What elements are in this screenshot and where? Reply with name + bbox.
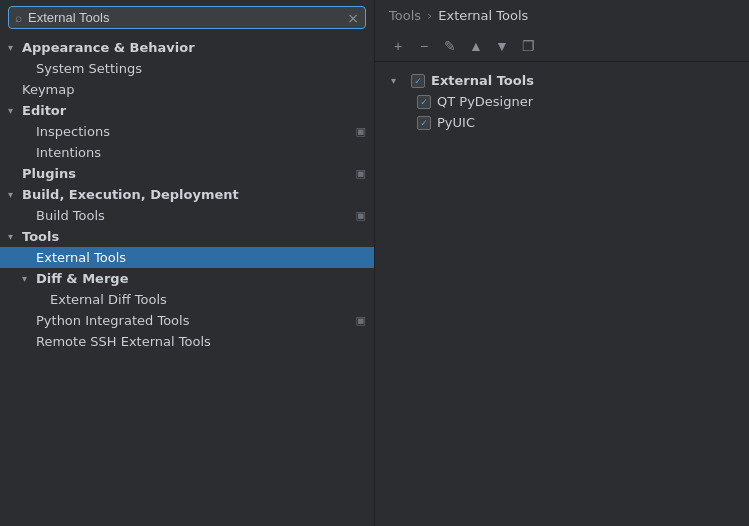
settings-badge-icon: ▣ bbox=[356, 125, 366, 138]
search-input[interactable] bbox=[28, 10, 341, 25]
sidebar-item-editor[interactable]: ▾ Editor bbox=[0, 100, 374, 121]
left-tree: ▾ Appearance & Behavior System Settings … bbox=[0, 35, 374, 526]
sidebar-item-label: System Settings bbox=[36, 61, 142, 76]
breadcrumb: Tools › External Tools bbox=[375, 0, 749, 31]
edit-button[interactable]: ✎ bbox=[439, 35, 461, 57]
sidebar-item-label: Python Integrated Tools bbox=[36, 313, 189, 328]
sidebar-item-label: Plugins bbox=[22, 166, 76, 181]
right-tree: ▾ External Tools QT PyDesigner PyUIC bbox=[375, 62, 749, 526]
sidebar-item-plugins[interactable]: Plugins ▣ bbox=[0, 163, 374, 184]
sidebar-item-build-exec[interactable]: ▾ Build, Execution, Deployment bbox=[0, 184, 374, 205]
search-icon: ⌕ bbox=[15, 11, 22, 25]
sidebar-item-python-integrated-tools[interactable]: Python Integrated Tools ▣ bbox=[0, 310, 374, 331]
sidebar-item-external-diff-tools[interactable]: External Diff Tools bbox=[0, 289, 374, 310]
sidebar-item-label: Inspections bbox=[36, 124, 110, 139]
chevron-down-icon: ▾ bbox=[8, 105, 22, 116]
sidebar-item-system-settings[interactable]: System Settings bbox=[0, 58, 374, 79]
add-button[interactable]: + bbox=[387, 35, 409, 57]
sidebar-item-tools[interactable]: ▾ Tools bbox=[0, 226, 374, 247]
search-bar: ⌕ × bbox=[8, 6, 366, 29]
right-item-qt-pydesigner[interactable]: QT PyDesigner bbox=[387, 91, 737, 112]
chevron-down-icon: ▾ bbox=[8, 42, 22, 53]
sidebar-item-label: Appearance & Behavior bbox=[22, 40, 195, 55]
sidebar-item-label: Build, Execution, Deployment bbox=[22, 187, 239, 202]
search-clear-icon[interactable]: × bbox=[347, 11, 359, 25]
breadcrumb-separator: › bbox=[427, 8, 432, 23]
right-tree-group: ▾ External Tools QT PyDesigner PyUIC bbox=[387, 70, 737, 133]
sidebar-item-diff-merge[interactable]: ▾ Diff & Merge bbox=[0, 268, 374, 289]
right-item-label: PyUIC bbox=[437, 115, 475, 130]
sidebar-item-label: Build Tools bbox=[36, 208, 105, 223]
settings-badge-icon: ▣ bbox=[356, 314, 366, 327]
right-item-pyuic[interactable]: PyUIC bbox=[387, 112, 737, 133]
right-group-label: External Tools bbox=[431, 73, 534, 88]
remove-button[interactable]: − bbox=[413, 35, 435, 57]
right-panel: Tools › External Tools + − ✎ ▲ ▼ ❐ ▾ Ext… bbox=[375, 0, 749, 526]
move-down-button[interactable]: ▼ bbox=[491, 35, 513, 57]
sidebar-item-build-tools[interactable]: Build Tools ▣ bbox=[0, 205, 374, 226]
sidebar-item-label: Remote SSH External Tools bbox=[36, 334, 211, 349]
breadcrumb-parent: Tools bbox=[389, 8, 421, 23]
sidebar-item-inspections[interactable]: Inspections ▣ bbox=[0, 121, 374, 142]
settings-badge-icon: ▣ bbox=[356, 167, 366, 180]
left-panel: ⌕ × ▾ Appearance & Behavior System Setti… bbox=[0, 0, 375, 526]
group-checkbox[interactable] bbox=[411, 74, 425, 88]
sidebar-item-external-tools[interactable]: External Tools bbox=[0, 247, 374, 268]
sidebar-item-label: Keymap bbox=[22, 82, 74, 97]
sidebar-item-label: Diff & Merge bbox=[36, 271, 128, 286]
sidebar-item-intentions[interactable]: Intentions bbox=[0, 142, 374, 163]
move-up-button[interactable]: ▲ bbox=[465, 35, 487, 57]
sidebar-item-remote-ssh[interactable]: Remote SSH External Tools bbox=[0, 331, 374, 352]
chevron-down-icon: ▾ bbox=[8, 231, 22, 242]
chevron-down-icon: ▾ bbox=[22, 273, 36, 284]
item-checkbox[interactable] bbox=[417, 116, 431, 130]
copy-button[interactable]: ❐ bbox=[517, 35, 539, 57]
chevron-down-icon: ▾ bbox=[8, 189, 22, 200]
right-toolbar: + − ✎ ▲ ▼ ❐ bbox=[375, 31, 749, 62]
settings-badge-icon: ▣ bbox=[356, 209, 366, 222]
item-checkbox[interactable] bbox=[417, 95, 431, 109]
sidebar-item-label: External Diff Tools bbox=[50, 292, 167, 307]
sidebar-item-label: External Tools bbox=[36, 250, 126, 265]
sidebar-item-label: Tools bbox=[22, 229, 59, 244]
chevron-down-icon: ▾ bbox=[391, 75, 405, 86]
sidebar-item-label: Editor bbox=[22, 103, 66, 118]
sidebar-item-keymap[interactable]: Keymap bbox=[0, 79, 374, 100]
right-item-label: QT PyDesigner bbox=[437, 94, 533, 109]
breadcrumb-current: External Tools bbox=[438, 8, 528, 23]
right-group-external-tools[interactable]: ▾ External Tools bbox=[387, 70, 737, 91]
sidebar-item-appearance[interactable]: ▾ Appearance & Behavior bbox=[0, 37, 374, 58]
sidebar-item-label: Intentions bbox=[36, 145, 101, 160]
